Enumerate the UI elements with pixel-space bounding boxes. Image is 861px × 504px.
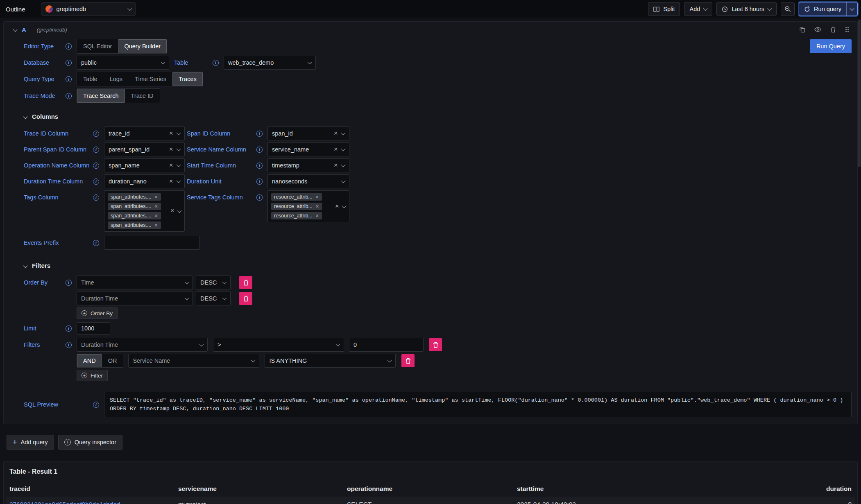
remove-order-by-button[interactable]: [239, 292, 252, 305]
add-button[interactable]: Add: [684, 2, 712, 16]
tag-chip[interactable]: resource_attrib...✕: [271, 212, 322, 219]
info-icon[interactable]: i: [93, 402, 99, 408]
info-icon[interactable]: i: [93, 163, 99, 169]
outline-label[interactable]: Outline: [3, 6, 28, 13]
duration-unit-select[interactable]: nanoseconds: [267, 174, 349, 188]
start-time-column-select[interactable]: timestamp ✕: [267, 158, 349, 172]
clear-x-icon[interactable]: ✕: [335, 204, 339, 209]
split-button[interactable]: Split: [648, 2, 680, 16]
col-header-traceid[interactable]: traceid: [6, 481, 175, 497]
filter-logic-and[interactable]: AND: [77, 354, 102, 367]
add-filter-button[interactable]: + Filter: [77, 370, 108, 381]
operation-name-column-select[interactable]: span_name ✕: [104, 158, 185, 172]
tag-chip[interactable]: span_attributes....✕: [108, 212, 161, 219]
trace-mode-option-trace-id[interactable]: Trace ID: [125, 89, 160, 103]
eye-icon[interactable]: [814, 27, 821, 32]
clear-x-icon[interactable]: ✕: [170, 208, 174, 214]
duration-time-column-select[interactable]: duration_nano ✕: [104, 174, 185, 188]
order-by-direction-select[interactable]: DESC: [196, 276, 231, 289]
tag-chip[interactable]: resource_attrib...✕: [271, 203, 322, 210]
info-icon[interactable]: i: [93, 147, 99, 153]
filters-section-header[interactable]: Filters: [24, 262, 852, 269]
zoom-out-time-button[interactable]: [781, 2, 795, 16]
clear-x-icon[interactable]: ✕: [334, 131, 338, 136]
info-icon[interactable]: i: [66, 93, 72, 99]
info-icon[interactable]: i: [256, 194, 263, 201]
tag-chip[interactable]: span_attributes....✕: [108, 203, 161, 210]
col-header-operationname[interactable]: operationname: [344, 481, 514, 497]
info-icon[interactable]: i: [256, 131, 263, 137]
info-icon[interactable]: i: [66, 325, 72, 332]
clear-x-icon[interactable]: ✕: [169, 147, 173, 152]
info-icon[interactable]: i: [93, 240, 99, 246]
service-name-column-select[interactable]: service_name ✕: [267, 142, 349, 156]
tags-column-multiselect[interactable]: span_attributes....✕ span_attributes....…: [104, 190, 185, 232]
remove-filter-button[interactable]: [401, 354, 415, 367]
remove-filter-button[interactable]: [429, 338, 442, 351]
editor-type-option-query-builder[interactable]: Query Builder: [118, 39, 167, 53]
info-icon[interactable]: i: [93, 179, 99, 185]
clear-x-icon[interactable]: ✕: [169, 163, 173, 168]
add-order-by-button[interactable]: + Order By: [77, 307, 118, 319]
query-type-option-traces[interactable]: Traces: [172, 72, 203, 86]
editor-type-option-sql-editor[interactable]: SQL Editor: [77, 39, 118, 53]
collapse-chevron-icon[interactable]: [13, 27, 17, 32]
info-icon[interactable]: i: [213, 60, 219, 66]
columns-section-header[interactable]: Columns: [24, 113, 852, 120]
clear-x-icon[interactable]: ✕: [154, 223, 158, 228]
parent-span-id-column-select[interactable]: parent_span_id ✕: [104, 142, 185, 156]
col-header-duration[interactable]: duration: [690, 481, 855, 497]
info-icon[interactable]: i: [93, 194, 99, 201]
run-query-caret[interactable]: [847, 2, 857, 16]
clear-x-icon[interactable]: ✕: [334, 147, 338, 152]
tag-chip[interactable]: resource_attrib...✕: [271, 193, 322, 201]
run-query-split-button[interactable]: Run query: [799, 2, 858, 16]
drag-handle-icon[interactable]: [845, 26, 849, 33]
info-icon[interactable]: i: [66, 342, 72, 348]
add-query-button[interactable]: + Add query: [7, 435, 54, 450]
info-icon[interactable]: i: [66, 60, 72, 66]
query-type-option-table[interactable]: Table: [77, 72, 104, 86]
clear-x-icon[interactable]: ✕: [169, 131, 173, 136]
filter-field-select[interactable]: Duration Time: [77, 338, 208, 352]
datasource-picker[interactable]: greptimedb: [41, 2, 136, 16]
trace-id-column-select[interactable]: trace_id ✕: [104, 127, 185, 140]
info-icon[interactable]: i: [66, 76, 72, 82]
query-type-option-logs[interactable]: Logs: [104, 72, 129, 86]
query-inspector-button[interactable]: i Query inspector: [58, 435, 122, 450]
scrollbar[interactable]: [858, 20, 861, 167]
events-prefix-input[interactable]: [104, 236, 200, 250]
order-by-direction-select[interactable]: DESC: [196, 292, 231, 305]
run-query-button[interactable]: Run Query: [810, 39, 852, 53]
clear-x-icon[interactable]: ✕: [315, 195, 319, 199]
remove-order-by-button[interactable]: [239, 276, 252, 289]
limit-input[interactable]: [77, 322, 110, 334]
info-icon[interactable]: i: [256, 179, 263, 185]
filter-operator-select[interactable]: IS ANYTHING: [265, 354, 396, 368]
info-icon[interactable]: i: [66, 280, 72, 286]
database-select[interactable]: public: [77, 56, 169, 70]
table-select[interactable]: web_trace_demo: [224, 56, 316, 70]
tag-chip[interactable]: span_attributes....✕: [108, 193, 161, 201]
clear-x-icon[interactable]: ✕: [315, 204, 319, 209]
info-icon[interactable]: i: [256, 163, 263, 169]
clear-x-icon[interactable]: ✕: [154, 204, 158, 209]
info-icon[interactable]: i: [66, 43, 72, 50]
filter-value-input[interactable]: [349, 338, 424, 352]
query-ref-id[interactable]: A: [22, 26, 26, 33]
copy-query-icon[interactable]: [799, 27, 805, 33]
filter-operator-select[interactable]: >: [213, 338, 344, 352]
col-header-servicename[interactable]: servicename: [175, 481, 344, 497]
time-range-picker[interactable]: Last 6 hours: [716, 2, 777, 16]
info-icon[interactable]: i: [256, 147, 263, 153]
trace-mode-option-trace-search[interactable]: Trace Search: [77, 89, 125, 103]
clear-x-icon[interactable]: ✕: [169, 179, 173, 184]
filter-field-select[interactable]: Service Name: [128, 354, 259, 368]
info-icon[interactable]: i: [93, 131, 99, 137]
results-title[interactable]: Table - Result 1: [6, 461, 855, 481]
clear-x-icon[interactable]: ✕: [315, 214, 319, 218]
trace-id-link[interactable]: 3768831301ea0d65adaef8b9da1cbded: [6, 497, 175, 504]
span-id-column-select[interactable]: span_id ✕: [267, 127, 349, 140]
query-type-option-time-series[interactable]: Time Series: [129, 72, 172, 86]
clear-x-icon[interactable]: ✕: [154, 195, 158, 199]
